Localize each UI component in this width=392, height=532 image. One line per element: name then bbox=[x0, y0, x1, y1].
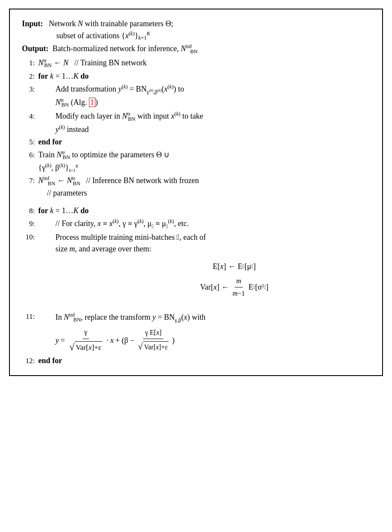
line-num-9: 9: bbox=[22, 218, 35, 229]
line-content-6: Train NtrBN to optimize the parameters Θ… bbox=[38, 149, 370, 174]
algo-line-4: 4: Modify each layer in NtrBN with input… bbox=[22, 110, 370, 135]
algo-line-2: 2: for k = 1…K do bbox=[22, 70, 370, 82]
line-content-4: Modify each layer in NtrBN with input x(… bbox=[38, 110, 370, 135]
algo-line-7: 7: NinfBN ← NtrBN // Inference BN networ… bbox=[22, 174, 370, 199]
line-num-12: 12: bbox=[22, 355, 35, 367]
algo-line-11: 11: In NinfBN, replace the transform y =… bbox=[22, 311, 370, 354]
line-content-7: NinfBN ← NtrBN // Inference BN network w… bbox=[38, 174, 370, 199]
equations-block: E[x] ← E𝒝[μ𝒝] Var[x] ← m m−1 E𝒝[σ2𝒝] bbox=[98, 259, 370, 301]
line-content-8: for k = 1…K do bbox=[38, 205, 370, 217]
spacer-1 bbox=[22, 200, 370, 204]
output-label: Output: bbox=[22, 44, 49, 53]
algo-line-9: 9: // For clarity, x ≡ x(k), γ ≡ γ(k), μ… bbox=[22, 217, 370, 230]
eq-row-2: Var[x] ← m m−1 E𝒝[σ2𝒝] bbox=[200, 276, 268, 299]
line-num-3: 3: bbox=[22, 84, 35, 95]
algo-line-6: 6: Train NtrBN to optimize the parameter… bbox=[22, 149, 370, 174]
line-content-12: end for bbox=[38, 355, 370, 367]
algo-line-1: 1: NtrBN ← N // Training BN network bbox=[22, 57, 370, 70]
algorithm-box: Input: Network N with trainable paramete… bbox=[9, 9, 383, 376]
input-line: Input: Network N with trainable paramete… bbox=[22, 18, 370, 42]
line-num-11: 11: bbox=[22, 311, 35, 322]
line-content-10: Process multiple training mini-batches 𝒝… bbox=[38, 232, 370, 305]
eq-row-1: E[x] ← E𝒝[μ𝒝] bbox=[213, 261, 256, 272]
line-num-2: 2: bbox=[22, 71, 35, 82]
line-content-9: // For clarity, x ≡ x(k), γ ≡ γ(k), μ𝒝 ≡… bbox=[38, 217, 370, 230]
output-line: Output: Batch-normalized network for inf… bbox=[22, 43, 370, 55]
algo-line-12: 12: end for bbox=[22, 355, 370, 367]
line-content-11: In NinfBN, replace the transform y = BNγ… bbox=[38, 311, 370, 354]
line-num-7: 7: bbox=[22, 175, 35, 187]
line-content-3: Add transformation y(k) = BNγ(k),β(k)(x(… bbox=[38, 83, 370, 109]
line-num-4: 4: bbox=[22, 111, 35, 122]
line-content-5: end for bbox=[38, 136, 370, 148]
algo-line-10: 10: Process multiple training mini-batch… bbox=[22, 232, 370, 305]
spacer-2 bbox=[22, 306, 370, 310]
line-num-1: 1: bbox=[22, 58, 35, 69]
line-content-2: for k = 1…K do bbox=[38, 70, 370, 82]
algo-line-3: 3: Add transformation y(k) = BNγ(k),β(k)… bbox=[22, 83, 370, 109]
line-num-8: 8: bbox=[22, 205, 35, 217]
line-num-5: 5: bbox=[22, 137, 35, 148]
algo-line-5: 5: end for bbox=[22, 136, 370, 148]
input-label: Input: bbox=[22, 19, 43, 28]
alg-ref: 1 bbox=[89, 98, 95, 107]
line-num-6: 6: bbox=[22, 150, 35, 161]
line-num-10: 10: bbox=[22, 232, 35, 243]
line-content-1: NtrBN ← N // Training BN network bbox=[38, 57, 370, 70]
algo-line-8: 8: for k = 1…K do bbox=[22, 205, 370, 217]
